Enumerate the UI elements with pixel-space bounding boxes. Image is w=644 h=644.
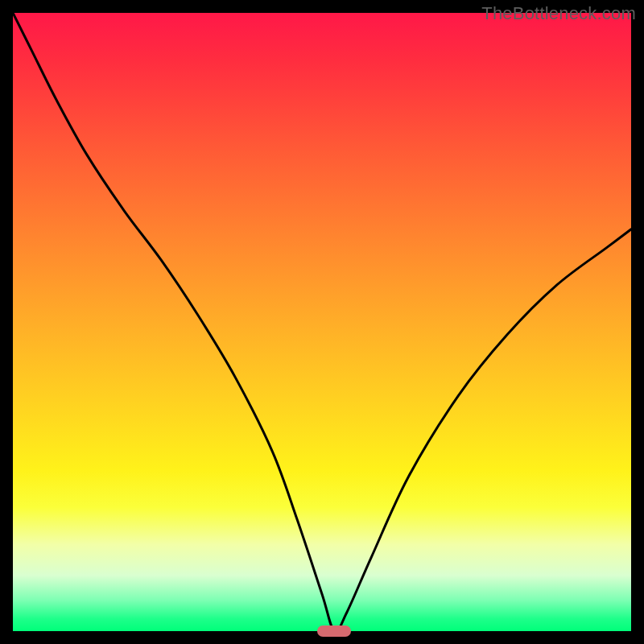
minimum-marker [317, 625, 351, 637]
chart-frame: TheBottleneck.com [0, 0, 644, 644]
plot-area [13, 13, 631, 631]
curve-path [13, 13, 631, 631]
bottleneck-curve [13, 13, 631, 631]
watermark-text: TheBottleneck.com [481, 3, 636, 24]
